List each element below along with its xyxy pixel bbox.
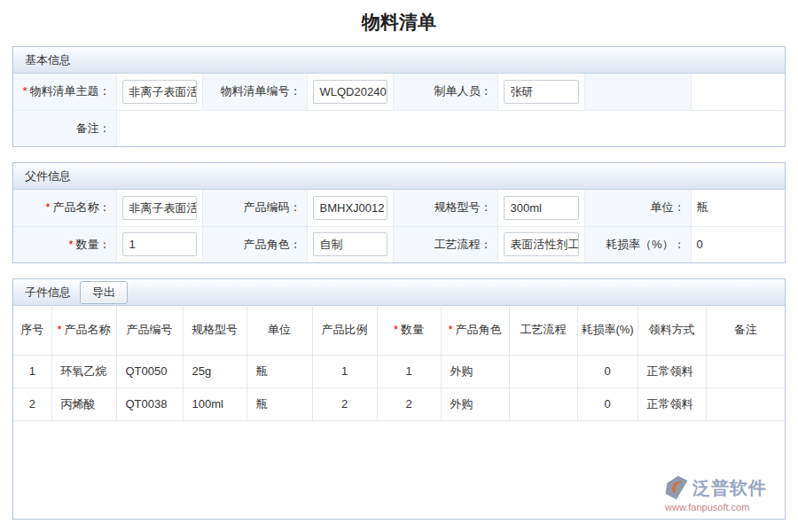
role-input[interactable]: 自制 [313,232,387,256]
col-qty: *数量 [377,306,441,355]
cell-no: 2 [13,387,51,420]
child-items-table: 序号 *产品名称 产品编号 规格型号 单位 产品比例 *数量 *产品角色 工艺流… [13,306,785,421]
basic-info-form: *物料清单主题： 非离子表面活 物料清单编号： WLQD20240 制单人员： … [13,74,785,146]
cell-no: 1 [13,355,51,387]
col-unit: 单位 [246,306,312,355]
cell-role: 外购 [441,387,509,420]
loss-label: 耗损率（%）： [606,238,685,251]
col-no: 序号 [13,306,51,355]
required-asterisk: * [68,238,73,251]
product-name-label: 产品名称： [53,200,111,214]
parent-row-1: *产品名称： 非离子表面活 产品编码： BMHXJ0012 规格型号： 300m… [13,190,785,226]
page-title: 物料清单 [0,10,798,35]
qty-label: 数量： [76,238,111,251]
product-code-input[interactable]: BMHXJ0012 [313,196,387,220]
qty-input[interactable]: 1 [122,232,197,256]
cell-loss: 0 [577,387,638,420]
parent-info-header: 父件信息 [13,163,785,190]
cell-code: QT0038 [116,387,183,420]
required-asterisk: * [448,323,452,336]
remark-label-cell: 备注： [13,110,116,146]
empty-value-cell [691,74,785,110]
cell-qty: 1 [377,355,441,387]
process-input[interactable]: 表面活性剂工 [504,232,579,256]
list-code-label: 物料清单编号： [221,84,301,98]
cell-pick: 正常领料 [638,355,706,387]
cell-qty: 2 [377,387,441,420]
cell-role: 外购 [441,355,509,387]
role-label-cell: 产品角色： [202,226,307,262]
col-ratio: 产品比例 [312,306,377,355]
child-row: 2 丙烯酸 QT0038 100ml 瓶 2 2 外购 0 正常领料 [13,387,785,420]
cell-name: 丙烯酸 [51,387,116,420]
spec-input[interactable]: 300ml [504,196,579,220]
child-row: 1 环氧乙烷 QT0050 25g 瓶 1 1 外购 0 正常领料 [13,355,785,387]
col-spec: 规格型号 [183,306,246,355]
basic-info-title: 基本信息 [25,52,71,68]
cell-process [509,387,577,420]
unit-label-cell: 单位： [584,190,691,226]
fanpu-watermark: 泛普软件 www.fanpusoft.com [663,474,783,512]
product-code-label-cell: 产品编码： [202,190,307,226]
cell-pick: 正常领料 [638,387,706,420]
col-product-name: *产品名称 [51,306,116,355]
cell-loss: 0 [577,355,638,387]
basic-info-header: 基本信息 [13,47,785,74]
subject-label: 物料清单主题： [30,84,111,98]
cell-ratio: 2 [312,387,377,420]
child-info-header: 子件信息 导出 [13,279,785,306]
creator-label-cell: 制单人员： [393,74,497,110]
required-asterisk: * [394,323,398,336]
product-name-input[interactable]: 非离子表面活 [122,196,197,220]
col-product-code: 产品编号 [116,306,183,355]
required-asterisk: * [57,323,61,336]
brand-name: 泛普软件 [692,478,767,497]
col-process: 工艺流程 [509,306,577,355]
col-role: *产品角色 [441,306,509,355]
required-asterisk: * [22,84,27,98]
product-code-label: 产品编码： [244,200,301,214]
basic-info-panel: 基本信息 *物料清单主题： 非离子表面活 物料清单编号： WLQD20240 制… [12,46,786,147]
cell-ratio: 1 [312,355,377,387]
unit-value: 瓶 [691,190,785,226]
basic-row-1: *物料清单主题： 非离子表面活 物料清单编号： WLQD20240 制单人员： … [13,74,785,110]
loss-label-cell: 耗损率（%）： [584,226,691,262]
col-remark: 备注 [706,306,785,355]
list-code-input[interactable]: WLQD20240 [313,80,387,104]
spec-label-cell: 规格型号： [393,190,497,226]
cell-remark [706,387,785,420]
qty-label-cell: *数量： [13,226,116,262]
basic-row-2: 备注： [13,110,785,146]
child-info-title: 子件信息 [25,285,71,301]
cell-unit: 瓶 [246,355,312,387]
cell-process [509,355,577,387]
spec-label: 规格型号： [434,200,492,214]
process-label: 工艺流程： [434,238,492,251]
child-info-panel: 子件信息 导出 序号 *产品名称 产品编号 规格型号 单位 产品比例 *数量 *… [12,278,786,520]
subject-label-cell: *物料清单主题： [13,74,116,110]
col-pick: 领料方式 [638,306,706,355]
subject-input[interactable]: 非离子表面活 [122,80,197,104]
empty-label-cell [584,74,691,110]
remark-label: 备注： [76,121,111,135]
role-label: 产品角色： [244,238,301,251]
creator-label: 制单人员： [434,84,492,98]
parent-info-form: *产品名称： 非离子表面活 产品编码： BMHXJ0012 规格型号： 300m… [13,190,785,262]
parent-row-2: *数量： 1 产品角色： 自制 工艺流程： 表面活性剂工 耗损率（%）： 0 [13,226,785,262]
export-button[interactable]: 导出 [80,281,128,304]
cell-spec: 25g [183,355,246,387]
product-name-label-cell: *产品名称： [13,190,116,226]
parent-info-panel: 父件信息 *产品名称： 非离子表面活 产品编码： BMHXJ0012 规格型号： [12,162,786,263]
loss-value: 0 [691,226,785,262]
cell-unit: 瓶 [246,387,312,420]
process-label-cell: 工艺流程： [393,226,497,262]
cell-code: QT0050 [116,355,183,387]
creator-input[interactable]: 张研 [504,80,579,104]
unit-label: 单位： [651,200,685,214]
remark-input[interactable] [116,110,785,146]
parent-info-title: 父件信息 [25,168,71,184]
cell-remark [706,355,785,387]
list-code-label-cell: 物料清单编号： [202,74,307,110]
col-loss: 耗损率(%) [577,306,638,355]
child-table-header-row: 序号 *产品名称 产品编号 规格型号 单位 产品比例 *数量 *产品角色 工艺流… [13,306,785,355]
